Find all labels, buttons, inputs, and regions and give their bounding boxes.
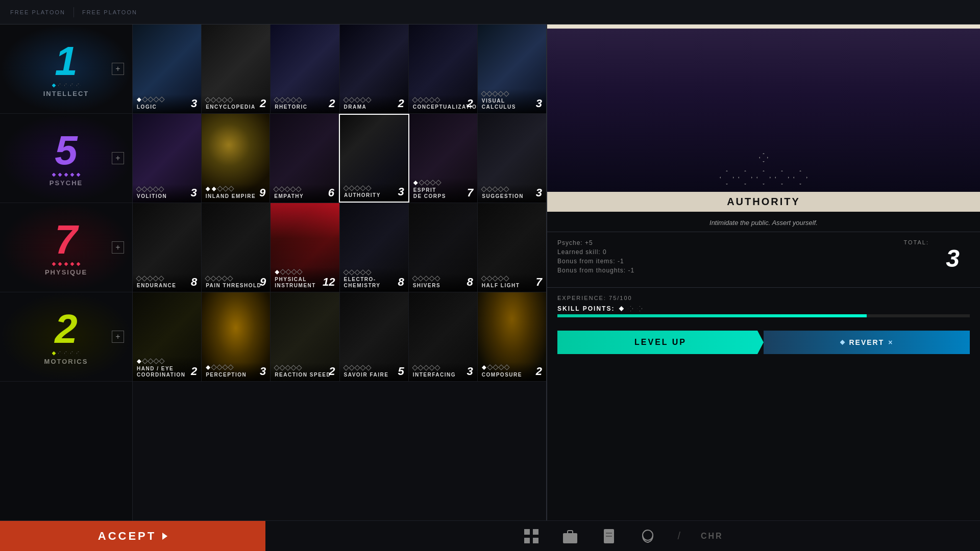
attr-plus-btn-intellect[interactable]: + — [112, 63, 124, 75]
skill-card-perception[interactable]: PERCEPTION3 — [202, 292, 271, 381]
sp-diamond-3 — [637, 306, 642, 311]
bottom-icons: / CHR — [265, 527, 980, 545]
skill-value-3: 3 — [398, 185, 404, 198]
accept-button[interactable]: ACCEPT — [0, 521, 265, 552]
skill-diamonds-4 — [413, 181, 474, 185]
skill-card-physical-instrument[interactable]: PHYSICAL INSTRUMENT12 — [271, 203, 339, 292]
skill-card-authority[interactable]: AUTHORITY3 — [339, 114, 409, 203]
attr-plus-btn-motorics[interactable]: + — [112, 331, 124, 343]
skill-value-2: 2 — [329, 365, 335, 378]
skill-card-reaction-speed[interactable]: REACTION SPEED2 — [271, 292, 339, 381]
briefcase-icon[interactable] — [561, 527, 579, 545]
skill-name-label-5: COMPOSURE — [482, 372, 542, 378]
skill-card-half-light[interactable]: HALF LIGHT7 — [478, 203, 546, 292]
skill-card-esprit-de-corps[interactable]: ESPRIT DE CORPS7 — [409, 114, 478, 203]
headset-icon[interactable] — [639, 527, 657, 545]
stat-items-label: Bonus from items: -1 — [557, 258, 624, 265]
skill-name-label-1: PERCEPTION — [206, 372, 266, 378]
skill-card-volition[interactable]: VOLITION3 — [133, 114, 202, 203]
attr-number-physique: 7 — [55, 219, 78, 260]
sp-diamond-2 — [628, 306, 633, 311]
skill-diamonds-1 — [206, 365, 266, 370]
skill-card-inland-empire[interactable]: INLAND EMPIRE9 — [202, 114, 271, 203]
svg-rect-7 — [524, 538, 530, 543]
skill-card-composure[interactable]: COMPOSURE2 — [478, 292, 546, 381]
level-up-button[interactable]: LEVEL UP — [557, 331, 764, 354]
skill-card-empathy[interactable]: EMPATHY6 — [270, 114, 339, 203]
skill-value-5: 3 — [536, 186, 542, 199]
revert-label: REVERT — [849, 338, 885, 346]
skill-card-hand-eye-coordination[interactable]: HAND / EYE COORDINATION2 — [133, 292, 202, 381]
skill-diamonds-4 — [413, 277, 473, 281]
skill-value-1: 9 — [259, 186, 265, 199]
skill-card-encyclopedia[interactable]: ENCYCLOPEDIA2 — [202, 24, 271, 113]
sp-diamond-1 — [619, 306, 624, 311]
selected-skill-name: AUTHORITY — [727, 196, 800, 207]
skill-diamonds-3 — [344, 270, 404, 274]
skill-name-label-5: HALF LIGHT — [482, 283, 542, 289]
top-bar: FREE PLATOON FREE PLATOON — [0, 0, 980, 24]
stat-learned-label: Learned skill: 0 — [557, 248, 607, 256]
skill-card-savoir-faire[interactable]: SAVOIR FAIRE5 — [340, 292, 409, 381]
svg-rect-9 — [563, 533, 577, 543]
chr-label: CHR — [701, 532, 723, 541]
skill-value-1: 3 — [260, 365, 266, 378]
skill-diamonds-0 — [137, 97, 197, 102]
attr-item-motorics: 2MOTORICS+ — [0, 292, 132, 382]
journal-icon[interactable] — [600, 527, 618, 545]
bottom-bar: ACCEPT / CHR — [0, 520, 980, 551]
skill-card-visual-calculus[interactable]: VISUAL CALCULUS3 — [478, 24, 546, 113]
skill-value-5: 3 — [536, 97, 542, 110]
skill-card-rhetoric[interactable]: RHETORIC2 — [271, 24, 339, 113]
skill-name-label-1: INLAND EMPIRE — [206, 193, 266, 199]
attr-number-psyche: 5 — [55, 130, 78, 171]
skill-card-pain-threshold[interactable]: PAIN THRESHOLD9 — [202, 203, 271, 292]
skill-value-3: 5 — [398, 365, 404, 378]
stat-thoughts-label: Bonus from thoughts: -1 — [557, 267, 634, 274]
attr-number-motorics: 2 — [55, 309, 78, 349]
skill-diamonds-4 — [413, 98, 473, 102]
skill-value-4: 3 — [467, 365, 473, 378]
grid-icon[interactable] — [522, 527, 541, 545]
skill-diamonds-2 — [275, 366, 335, 370]
attr-plus-btn-physique[interactable]: + — [112, 241, 124, 254]
skill-diamonds-0 — [137, 277, 197, 281]
skills-row-0: LOGIC3ENCYCLOPEDIA2RHETORIC2DRAMA2CONCEP… — [133, 24, 546, 114]
skill-diamonds-1 — [206, 187, 266, 191]
experience-label: EXPERIENCE: 75/100 — [557, 295, 970, 301]
skill-card-drama[interactable]: DRAMA2 — [340, 24, 409, 113]
exp-bar-fill — [557, 314, 867, 317]
skill-value-2: 2 — [329, 97, 335, 110]
skill-value-4: 2 — [467, 97, 473, 110]
main-area: 1INTELLECT+5PSYCHE+7PHYSIQUE+2MOTORICS+ … — [0, 24, 546, 520]
attributes-column: 1INTELLECT+5PSYCHE+7PHYSIQUE+2MOTORICS+ — [0, 24, 133, 520]
revert-x-label: × — [888, 338, 893, 346]
skill-name-label-3: ELECTRO- CHEMISTRY — [344, 277, 404, 289]
skills-row-1: VOLITION3INLAND EMPIRE9EMPATHY6AUTHORITY… — [133, 114, 546, 203]
skill-diamonds-2 — [275, 270, 335, 274]
skill-value-5: 2 — [536, 365, 542, 378]
skill-card-conceptualization[interactable]: CONCEPTUALIZATION2 — [409, 24, 478, 113]
skill-points-row: SKILL POINTS: — [557, 305, 970, 312]
skill-name-label-1: ENCYCLOPEDIA — [206, 104, 266, 110]
skill-value-4: 8 — [467, 276, 473, 289]
skill-card-logic[interactable]: LOGIC3 — [133, 24, 202, 113]
skill-diamonds-3 — [344, 186, 404, 190]
skill-value-1: 2 — [260, 97, 266, 110]
skill-card-electro--chemistry[interactable]: ELECTRO- CHEMISTRY8 — [340, 203, 409, 292]
skill-value-0: 3 — [190, 186, 197, 199]
portrait-diamonds-bottom — [720, 168, 807, 187]
skill-diamonds-3 — [344, 98, 404, 102]
attr-item-intellect: 1INTELLECT+ — [0, 24, 132, 114]
skill-diamonds-2 — [274, 187, 334, 191]
skill-diamonds-1 — [206, 277, 266, 281]
skill-card-suggestion[interactable]: SUGGESTION3 — [478, 114, 546, 203]
skill-card-shivers[interactable]: SHIVERS8 — [409, 203, 478, 292]
attr-plus-btn-psyche[interactable]: + — [112, 152, 124, 164]
skill-card-endurance[interactable]: ENDURANCE8 — [133, 203, 202, 292]
skill-info-header: AUTHORITY — [547, 192, 980, 212]
revert-button[interactable]: REVERT × — [764, 331, 970, 354]
skill-card-interfacing[interactable]: INTERFACING3 — [409, 292, 478, 381]
skill-value-3: 8 — [398, 276, 404, 289]
skill-diamonds-1 — [206, 98, 266, 102]
